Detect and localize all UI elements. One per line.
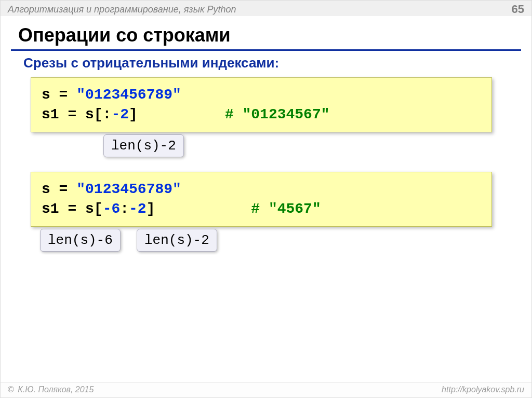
code-line: s1 = s[-6:-2] # "4567" bbox=[42, 199, 481, 219]
slide-subtitle: Срезы с отрицательными индексами: bbox=[1, 51, 531, 71]
slide: Алгоритмизация и программирование, язык … bbox=[0, 0, 532, 398]
code-line: s1 = s[:-2] # "01234567" bbox=[42, 105, 481, 125]
copyright-icon: © bbox=[8, 385, 14, 394]
page-number: 65 bbox=[512, 3, 524, 16]
note-len-s-minus-2-a: len(s)-2 bbox=[103, 134, 184, 157]
code-line: s = "0123456789" bbox=[42, 85, 481, 105]
footer-url: http://kpolyakov.spb.ru bbox=[442, 385, 524, 397]
header-subject: Алгоритмизация и программирование, язык … bbox=[8, 4, 236, 15]
slide-header: Алгоритмизация и программирование, язык … bbox=[1, 1, 531, 16]
slide-footer: © К.Ю. Поляков, 2015 http://kpolyakov.sp… bbox=[1, 382, 531, 397]
slide-title: Операции со строками bbox=[1, 16, 531, 49]
note-len-s-minus-2-b: len(s)-2 bbox=[137, 229, 217, 252]
code-block-1: s = "0123456789" s1 = s[:-2] # "01234567… bbox=[31, 77, 492, 132]
code-line: s = "0123456789" bbox=[42, 180, 481, 199]
code-block-2: s = "0123456789" s1 = s[-6:-2] # "4567" bbox=[31, 172, 492, 227]
note-len-s-minus-6: len(s)-6 bbox=[40, 229, 121, 252]
footer-author: © К.Ю. Поляков, 2015 bbox=[8, 385, 94, 397]
